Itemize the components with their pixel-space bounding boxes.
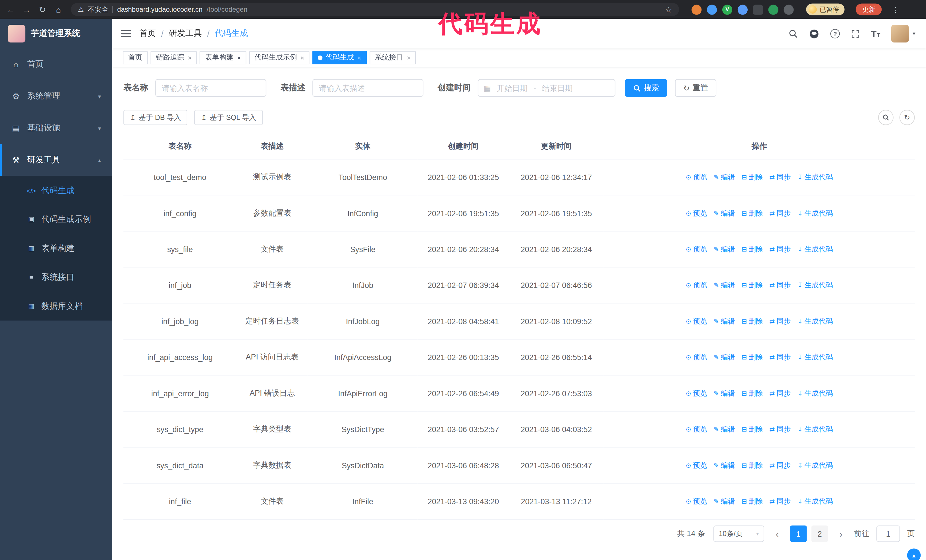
action-edit[interactable]: ✎编辑 <box>714 460 735 470</box>
sidebar-item-form-builder[interactable]: ▥ 表单构建 <box>0 234 112 263</box>
bookmark-star-icon[interactable]: ☆ <box>665 5 672 14</box>
action-delete[interactable]: ⊟删除 <box>741 280 763 290</box>
action-generate[interactable]: ↧生成代码 <box>797 352 833 362</box>
breadcrumb-home[interactable]: 首页 <box>139 28 156 39</box>
extension-icon[interactable] <box>707 5 717 15</box>
reset-button[interactable]: ↻ 重置 <box>675 79 716 97</box>
close-icon[interactable]: × <box>357 54 361 61</box>
sidebar-item-home[interactable]: ⌂ 首页 <box>0 48 112 80</box>
action-edit[interactable]: ✎编辑 <box>714 496 735 506</box>
action-edit[interactable]: ✎编辑 <box>714 424 735 434</box>
tab-link-tracing[interactable]: 链路追踪 × <box>151 51 197 64</box>
action-delete[interactable]: ⊟删除 <box>741 244 763 254</box>
github-icon[interactable] <box>809 29 819 39</box>
action-sync[interactable]: ⇄同步 <box>769 388 791 398</box>
tab-form-builder[interactable]: 表单构建 × <box>200 51 246 64</box>
action-sync[interactable]: ⇄同步 <box>769 424 791 434</box>
action-edit[interactable]: ✎编辑 <box>714 172 735 182</box>
date-range-picker[interactable]: ▦ - <box>478 79 616 97</box>
tab-codegen-example[interactable]: 代码生成示例 × <box>249 51 309 64</box>
close-icon[interactable]: × <box>237 54 241 61</box>
action-generate[interactable]: ↧生成代码 <box>797 208 833 218</box>
sidebar-item-codegen-example[interactable]: ▣ 代码生成示例 <box>0 205 112 234</box>
action-sync[interactable]: ⇄同步 <box>769 316 791 326</box>
action-sync[interactable]: ⇄同步 <box>769 280 791 290</box>
extension-icon[interactable] <box>738 5 747 15</box>
page-button-1[interactable]: 1 <box>790 525 806 542</box>
action-sync[interactable]: ⇄同步 <box>769 172 791 182</box>
help-icon[interactable]: ? <box>831 29 840 38</box>
action-delete[interactable]: ⊟删除 <box>741 208 763 218</box>
close-icon[interactable]: × <box>407 54 410 61</box>
action-edit[interactable]: ✎编辑 <box>714 316 735 326</box>
sidebar-item-system-management[interactable]: ⚙ 系统管理 ▾ <box>0 80 112 112</box>
browser-reload-icon[interactable]: ↻ <box>38 5 47 14</box>
action-edit[interactable]: ✎编辑 <box>714 352 735 362</box>
sidebar-toggle-icon[interactable] <box>112 19 139 48</box>
script-paused-badge[interactable]: 已暂停 <box>806 3 844 15</box>
sidebar-item-dev-tools[interactable]: ⚒ 研发工具 ▴ <box>0 144 112 176</box>
extension-icon[interactable]: V <box>722 5 732 15</box>
browser-update-button[interactable]: 更新 <box>856 3 882 15</box>
action-delete[interactable]: ⊟删除 <box>741 316 763 326</box>
browser-forward-icon[interactable]: → <box>22 5 31 14</box>
action-preview[interactable]: ⊙预览 <box>686 460 707 470</box>
action-sync[interactable]: ⇄同步 <box>769 496 791 506</box>
table-name-input[interactable] <box>155 79 266 97</box>
action-generate[interactable]: ↧生成代码 <box>797 172 833 182</box>
prev-page-button[interactable]: ‹ <box>769 525 785 542</box>
action-preview[interactable]: ⊙预览 <box>686 388 707 398</box>
action-sync[interactable]: ⇄同步 <box>769 244 791 254</box>
search-icon[interactable] <box>788 29 798 38</box>
tab-codegen[interactable]: 代码生成 × <box>313 51 367 64</box>
action-sync[interactable]: ⇄同步 <box>769 460 791 470</box>
sidebar-item-system-api[interactable]: ≡ 系统接口 <box>0 263 112 292</box>
close-icon[interactable]: × <box>188 54 191 61</box>
action-preview[interactable]: ⊙预览 <box>686 496 707 506</box>
action-edit[interactable]: ✎编辑 <box>714 244 735 254</box>
page-button-2[interactable]: 2 <box>811 525 828 542</box>
action-generate[interactable]: ↧生成代码 <box>797 460 833 470</box>
action-delete[interactable]: ⊟删除 <box>741 172 763 182</box>
import-sql-button[interactable]: ↥ 基于 SQL 导入 <box>195 110 263 125</box>
extension-icon[interactable] <box>784 5 793 15</box>
action-delete[interactable]: ⊟删除 <box>741 460 763 470</box>
action-preview[interactable]: ⊙预览 <box>686 280 707 290</box>
extension-icon[interactable] <box>769 5 778 15</box>
action-preview[interactable]: ⊙预览 <box>686 208 707 218</box>
extension-icon[interactable] <box>691 5 702 15</box>
action-generate[interactable]: ↧生成代码 <box>797 424 833 434</box>
action-delete[interactable]: ⊟删除 <box>741 388 763 398</box>
action-generate[interactable]: ↧生成代码 <box>797 316 833 326</box>
tab-system-api[interactable]: 系统接口 × <box>369 51 416 64</box>
extension-icon[interactable] <box>753 5 763 15</box>
sidebar-item-db-docs[interactable]: ▦ 数据库文档 <box>0 292 112 321</box>
user-menu[interactable]: ▾ <box>891 25 915 42</box>
table-desc-input[interactable] <box>312 79 424 97</box>
browser-menu-icon[interactable]: ⋮ <box>892 5 899 14</box>
fullscreen-icon[interactable] <box>851 29 860 38</box>
import-db-button[interactable]: ↥ 基于 DB 导入 <box>123 110 188 125</box>
toggle-search-button[interactable] <box>878 110 894 125</box>
action-sync[interactable]: ⇄同步 <box>769 352 791 362</box>
action-edit[interactable]: ✎编辑 <box>714 208 735 218</box>
breadcrumb-dev-tools[interactable]: 研发工具 <box>169 28 202 39</box>
action-generate[interactable]: ↧生成代码 <box>797 244 833 254</box>
search-button[interactable]: 搜索 <box>625 79 667 97</box>
close-icon[interactable]: × <box>301 54 304 61</box>
action-delete[interactable]: ⊟删除 <box>741 424 763 434</box>
sidebar-item-infrastructure[interactable]: ▤ 基础设施 ▾ <box>0 112 112 144</box>
action-preview[interactable]: ⊙预览 <box>686 244 707 254</box>
start-date-input[interactable] <box>493 83 531 92</box>
action-preview[interactable]: ⊙预览 <box>686 316 707 326</box>
refresh-table-button[interactable]: ↻ <box>899 110 915 125</box>
action-preview[interactable]: ⊙预览 <box>686 172 707 182</box>
tab-home[interactable]: 首页 <box>123 51 148 64</box>
browser-back-icon[interactable]: ← <box>6 5 15 14</box>
action-edit[interactable]: ✎编辑 <box>714 388 735 398</box>
font-size-icon[interactable]: TT <box>871 29 881 39</box>
next-page-button[interactable]: › <box>833 525 849 542</box>
end-date-input[interactable] <box>539 83 576 92</box>
action-sync[interactable]: ⇄同步 <box>769 208 791 218</box>
goto-page-input[interactable] <box>876 525 900 542</box>
